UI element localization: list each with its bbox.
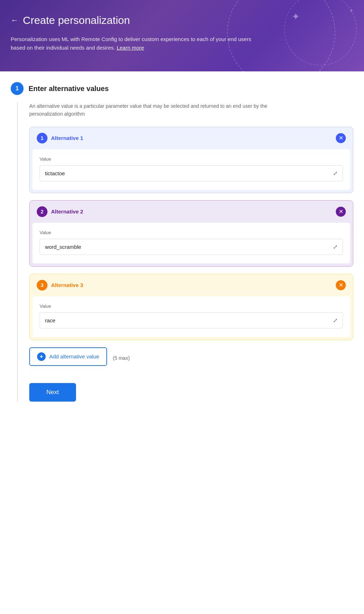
alt-label-1: Alternative 1	[51, 135, 83, 141]
add-alt-row: + Add alternative value (5 max)	[29, 347, 353, 369]
alt-header-left-3: 3 Alternative 3	[37, 280, 83, 291]
alternative-card-3: 3 Alternative 3 ✕ Value ⤢	[29, 274, 353, 340]
step-content: An alternative value is a particular par…	[17, 102, 353, 402]
value-input-1[interactable]	[45, 170, 333, 176]
page-header: ✦ + ← Create personalization Personaliza…	[0, 0, 364, 71]
alt-card-header-2: 2 Alternative 2 ✕	[30, 201, 353, 223]
alt-close-button-1[interactable]: ✕	[336, 133, 346, 143]
star-decoration-2: +	[349, 7, 353, 15]
alt-header-left-1: 1 Alternative 1	[37, 133, 83, 144]
expand-icon-2[interactable]: ⤢	[333, 243, 338, 250]
alternative-card-1: 1 Alternative 1 ✕ Value ⤢	[29, 127, 353, 193]
alt-badge-2: 2	[37, 206, 47, 217]
step-title: Enter alternative values	[29, 85, 109, 93]
alt-card-body-3: Value ⤢	[32, 296, 350, 337]
alt-close-button-2[interactable]: ✕	[336, 207, 346, 217]
value-input-2[interactable]	[45, 244, 333, 250]
expand-icon-3[interactable]: ⤢	[333, 317, 338, 324]
alternative-card-2: 2 Alternative 2 ✕ Value ⤢	[29, 200, 353, 267]
step-description: An alternative value is a particular par…	[29, 102, 286, 118]
value-input-wrapper-1: ⤢	[40, 165, 343, 181]
page-title: Create personalization	[23, 14, 130, 26]
alt-badge-1: 1	[37, 133, 47, 144]
field-label-3: Value	[40, 303, 343, 309]
star-decoration-1: ✦	[292, 11, 300, 22]
field-label-2: Value	[40, 230, 343, 235]
back-button[interactable]: ←	[11, 16, 19, 25]
alt-card-header-1: 1 Alternative 1 ✕	[30, 127, 353, 149]
learn-more-link[interactable]: Learn more	[117, 45, 144, 51]
main-content: 1 Enter alternative values An alternativ…	[0, 71, 364, 614]
header-description: Personalization uses ML with Remote Conf…	[11, 35, 261, 52]
alt-header-left-2: 2 Alternative 2	[37, 206, 83, 217]
add-plus-icon: +	[37, 352, 46, 361]
expand-icon-1[interactable]: ⤢	[333, 170, 338, 177]
value-input-wrapper-2: ⤢	[40, 239, 343, 255]
add-alt-label: Add alternative value	[49, 353, 99, 359]
step-badge: 1	[11, 82, 24, 95]
step-header: 1 Enter alternative values	[11, 82, 353, 95]
next-button[interactable]: Next	[29, 383, 76, 402]
alt-card-header-3: 3 Alternative 3 ✕	[30, 274, 353, 296]
alt-label-2: Alternative 2	[51, 208, 83, 215]
value-input-wrapper-3: ⤢	[40, 312, 343, 328]
alt-label-3: Alternative 3	[51, 282, 83, 288]
alt-card-body-2: Value ⤢	[32, 223, 350, 263]
max-label: (5 max)	[113, 355, 130, 361]
add-alternative-button[interactable]: + Add alternative value	[29, 347, 107, 366]
field-label-1: Value	[40, 156, 343, 162]
alt-card-body-1: Value ⤢	[32, 149, 350, 190]
header-back-row: ← Create personalization	[11, 14, 353, 26]
alt-close-button-3[interactable]: ✕	[336, 280, 346, 290]
value-input-3[interactable]	[45, 317, 333, 323]
alt-badge-3: 3	[37, 280, 47, 291]
